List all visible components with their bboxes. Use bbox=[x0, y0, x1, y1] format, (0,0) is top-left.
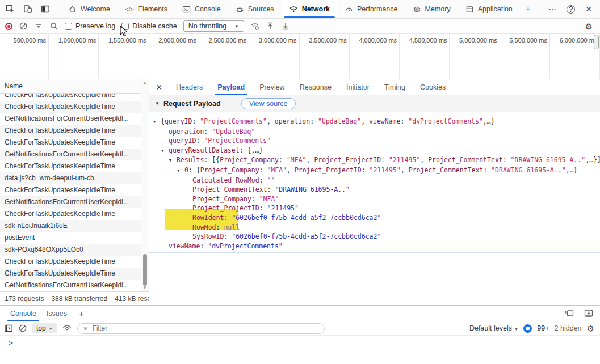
request-row[interactable]: CheckForTaskUpdatesKeepIdleTime bbox=[0, 160, 141, 172]
tab-drawer-issues[interactable]: Issues bbox=[41, 306, 72, 321]
tab-sources[interactable]: Sources bbox=[228, 0, 282, 18]
request-row[interactable]: data.js?cb=wm-deepui-um-cb bbox=[0, 172, 141, 184]
devtools-window: Welcome </> Elements Console Sources bbox=[0, 0, 600, 364]
console-filter-box[interactable] bbox=[77, 323, 325, 334]
payload-line[interactable]: ▼Results: [{Project_Company: "MFA", Proj… bbox=[149, 155, 600, 166]
devtools-tabbar: Welcome </> Elements Console Sources bbox=[0, 0, 600, 19]
messages-badge-icon[interactable] bbox=[523, 324, 532, 333]
export-har-icon[interactable] bbox=[281, 22, 290, 31]
request-row[interactable]: CheckForTaskUpdatesKeepIdleTime bbox=[0, 101, 141, 113]
tab-network[interactable]: Network bbox=[282, 0, 337, 18]
overview-scrollbar-thumb[interactable] bbox=[594, 35, 599, 49]
payload-line[interactable]: ▼0: {Project_Company: "MFA", Project_Pro… bbox=[149, 166, 600, 176]
request-list-header[interactable]: Name bbox=[0, 79, 149, 94]
scroll-down-icon[interactable]: ▼ bbox=[142, 285, 147, 290]
collapse-triangle-icon[interactable]: ▼ bbox=[155, 101, 160, 106]
scrollbar-thumb[interactable] bbox=[143, 254, 147, 286]
console-settings-gear-icon[interactable]: ⚙ bbox=[587, 324, 594, 333]
payload-line[interactable]: ▼{queryID: "ProjectComments", operation:… bbox=[149, 117, 600, 127]
request-row[interactable]: GetNotificationsForCurrentUserKeepIdl... bbox=[0, 196, 141, 208]
tab-application[interactable]: Application bbox=[458, 0, 520, 18]
scroll-up-icon[interactable]: ▲ bbox=[142, 81, 147, 86]
network-toolbar: Preserve log Disable cache No throttling… bbox=[0, 19, 600, 34]
import-har-icon[interactable] bbox=[266, 22, 275, 31]
detail-tab-timing[interactable]: Timing bbox=[377, 79, 413, 95]
detail-tab-headers[interactable]: Headers bbox=[169, 79, 210, 95]
preserve-log-checkbox[interactable] bbox=[65, 23, 72, 30]
clear-network-log-icon[interactable] bbox=[19, 22, 28, 31]
console-prompt[interactable]: > bbox=[0, 336, 600, 349]
expander-icon[interactable]: ▼ bbox=[177, 166, 184, 176]
timeline-tick-label: 1,500,000 ms bbox=[101, 37, 146, 44]
console-toolbar: top ▼ Default levels ▼ 99+ 2 h bbox=[0, 321, 600, 336]
expander-icon[interactable]: ▼ bbox=[153, 117, 161, 127]
request-row[interactable]: CheckForTaskUpdatesKeepIdleTime bbox=[0, 268, 141, 280]
tab-welcome[interactable]: Welcome bbox=[61, 0, 118, 18]
timeline-tick-label: 500,000 ms bbox=[1, 37, 46, 44]
dock-drawer-icon[interactable] bbox=[564, 309, 574, 318]
tab-console[interactable]: Console bbox=[175, 0, 228, 18]
detail-tab-preview[interactable]: Preview bbox=[252, 79, 292, 95]
request-row[interactable]: GetNotificationsForCurrentUserKeepIdl... bbox=[0, 113, 141, 125]
preserve-log-toggle[interactable]: Preserve log bbox=[65, 22, 115, 30]
request-row[interactable]: sdk-nLoiJnuaik1i6uE bbox=[0, 220, 141, 232]
throttling-dropdown[interactable]: No throttling ▼ bbox=[183, 20, 244, 32]
inspect-element-icon[interactable] bbox=[6, 5, 15, 14]
more-options-icon[interactable]: ⋯ bbox=[548, 5, 556, 13]
device-emulation-icon[interactable] bbox=[23, 5, 32, 14]
request-row[interactable]: CheckForTaskUpdatesKeepIdleTime bbox=[0, 208, 141, 220]
tab-label: Network bbox=[302, 5, 330, 13]
name-column-header[interactable]: Name bbox=[5, 82, 23, 90]
request-row[interactable]: CheckForTaskUpdatesKeepIdleTime bbox=[0, 137, 141, 149]
tab-drawer-console[interactable]: Console bbox=[5, 306, 41, 321]
live-expression-eye-icon[interactable] bbox=[62, 324, 72, 332]
request-payload-section-header[interactable]: ▼ Request Payload View source bbox=[149, 95, 600, 112]
request-row[interactable]: sdk-POxq648OXpp5LOc0 bbox=[0, 244, 141, 256]
network-overview-timeline[interactable]: 500,000 ms1,000,000 ms1,500,000 ms2,000,… bbox=[0, 34, 600, 79]
request-row[interactable]: CheckForTaskUpdatesKeepIdleTime bbox=[0, 184, 141, 196]
default-levels-dropdown[interactable]: Default levels ▼ bbox=[469, 324, 518, 332]
disable-cache-checkbox[interactable] bbox=[121, 23, 129, 30]
tab-label: Welcome bbox=[81, 5, 110, 13]
hidden-messages-label[interactable]: 2 hidden bbox=[555, 324, 582, 332]
detail-tab-cookies[interactable]: Cookies bbox=[413, 79, 453, 95]
record-network-log-button[interactable] bbox=[5, 23, 12, 30]
network-settings-gear-icon[interactable]: ⚙ bbox=[585, 22, 593, 31]
detail-tab-initiator[interactable]: Initiator bbox=[339, 79, 377, 95]
console-sidebar-icon[interactable] bbox=[4, 324, 13, 333]
request-row[interactable]: CheckForTaskUpdatesKeepIdleTime bbox=[0, 256, 141, 268]
request-list-scrollbar[interactable]: ▲ ▼ bbox=[141, 79, 149, 291]
payload-json-tree: ▼{queryID: "ProjectComments", operation:… bbox=[149, 112, 600, 253]
add-tab-button[interactable]: + bbox=[520, 0, 536, 18]
network-conditions-icon[interactable] bbox=[250, 22, 259, 31]
search-icon[interactable] bbox=[49, 22, 58, 31]
payload-line[interactable]: ▼queryResultDataset: {,…} bbox=[149, 146, 600, 156]
detail-tab-payload[interactable]: Payload bbox=[210, 79, 252, 95]
expander-icon[interactable]: ▼ bbox=[169, 156, 177, 166]
hide-drawer-icon[interactable] bbox=[584, 309, 593, 318]
expander-icon[interactable]: ▼ bbox=[161, 146, 169, 156]
timeline-gridline bbox=[249, 34, 249, 79]
console-filter-input[interactable] bbox=[93, 324, 303, 332]
filter-icon[interactable] bbox=[34, 22, 43, 31]
clear-console-icon[interactable] bbox=[18, 324, 27, 333]
view-source-button[interactable]: View source bbox=[241, 98, 296, 109]
close-detail-icon[interactable]: ✕ bbox=[149, 79, 169, 95]
request-row[interactable]: GetNotificationsForCurrentUserKeepIdl... bbox=[0, 280, 141, 291]
payload-line: RowIdent: "6026bef0-f75b-4cdd-a5f2-7ccbb… bbox=[149, 213, 600, 223]
javascript-context-dropdown[interactable]: top ▼ bbox=[32, 323, 57, 333]
dock-side-icon[interactable] bbox=[41, 5, 50, 14]
detail-tab-response[interactable]: Response bbox=[292, 79, 339, 95]
help-icon[interactable]: ? bbox=[567, 5, 575, 14]
tab-elements[interactable]: </> Elements bbox=[118, 0, 175, 18]
tab-memory[interactable]: Memory bbox=[405, 0, 458, 18]
add-drawer-tab-button[interactable]: + bbox=[72, 306, 91, 321]
request-row[interactable]: postEvent bbox=[0, 232, 141, 244]
request-row[interactable]: CheckForTaskUpdatesKeepIdleTime bbox=[0, 94, 141, 101]
disable-cache-toggle[interactable]: Disable cache bbox=[121, 22, 177, 30]
close-devtools-icon[interactable]: ✕ bbox=[585, 5, 592, 13]
filter-icon bbox=[82, 325, 89, 332]
request-row[interactable]: GetNotificationsForCurrentUserKeepIdl... bbox=[0, 149, 141, 160]
request-row[interactable]: CheckForTaskUpdatesKeepIdleTime bbox=[0, 125, 141, 137]
tab-performance[interactable]: Performance bbox=[337, 0, 405, 18]
